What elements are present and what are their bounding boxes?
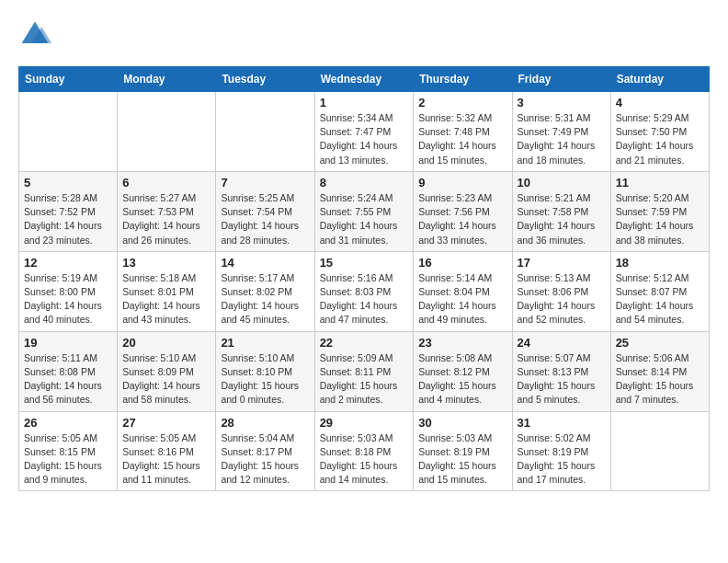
day-info: Sunrise: 5:21 AM Sunset: 7:58 PM Dayligh… [518,191,606,247]
day-info: Sunrise: 5:16 AM Sunset: 8:03 PM Dayligh… [320,271,409,327]
calendar-cell: 13Sunrise: 5:18 AM Sunset: 8:01 PM Dayli… [118,251,216,331]
calendar-cell: 18Sunrise: 5:12 AM Sunset: 8:07 PM Dayli… [610,251,709,331]
calendar-cell: 23Sunrise: 5:08 AM Sunset: 8:12 PM Dayli… [414,331,512,411]
calendar-cell: 28Sunrise: 5:04 AM Sunset: 8:17 PM Dayli… [216,411,314,491]
day-info: Sunrise: 5:03 AM Sunset: 8:18 PM Dayligh… [320,431,409,488]
calendar-table: SundayMondayTuesdayWednesdayThursdayFrid… [18,66,710,491]
calendar-cell: 2Sunrise: 5:32 AM Sunset: 7:48 PM Daylig… [414,92,512,172]
day-info: Sunrise: 5:20 AM Sunset: 7:59 PM Dayligh… [616,191,704,247]
day-number: 26 [24,416,112,430]
day-info: Sunrise: 5:24 AM Sunset: 7:55 PM Dayligh… [320,191,409,247]
calendar-week-row: 19Sunrise: 5:11 AM Sunset: 8:08 PM Dayli… [19,331,710,411]
calendar-cell: 10Sunrise: 5:21 AM Sunset: 7:58 PM Dayli… [512,171,610,251]
day-number: 24 [518,336,606,350]
day-number: 18 [616,256,704,270]
day-number: 4 [616,96,704,109]
calendar-week-row: 26Sunrise: 5:05 AM Sunset: 8:15 PM Dayli… [19,411,710,491]
calendar-cell: 15Sunrise: 5:16 AM Sunset: 8:03 PM Dayli… [314,251,414,331]
weekday-header-row: SundayMondayTuesdayWednesdayThursdayFrid… [19,67,710,92]
weekday-header-thursday: Thursday [414,67,512,92]
calendar-week-row: 12Sunrise: 5:19 AM Sunset: 8:00 PM Dayli… [19,251,710,331]
calendar-cell [118,92,216,172]
day-info: Sunrise: 5:03 AM Sunset: 8:19 PM Dayligh… [418,431,506,488]
day-number: 27 [122,416,210,430]
day-number: 8 [320,176,409,190]
calendar-cell [610,411,709,491]
logo [18,18,55,52]
calendar-cell: 21Sunrise: 5:10 AM Sunset: 8:10 PM Dayli… [216,331,314,411]
day-info: Sunrise: 5:10 AM Sunset: 8:09 PM Dayligh… [122,351,210,408]
day-number: 2 [418,96,506,109]
page-header [18,18,710,52]
logo-icon [18,18,51,52]
day-info: Sunrise: 5:27 AM Sunset: 7:53 PM Dayligh… [122,191,210,247]
calendar-cell: 6Sunrise: 5:27 AM Sunset: 7:53 PM Daylig… [118,171,216,251]
calendar-cell: 14Sunrise: 5:17 AM Sunset: 8:02 PM Dayli… [216,251,314,331]
day-number: 9 [418,176,506,190]
day-info: Sunrise: 5:04 AM Sunset: 8:17 PM Dayligh… [221,431,309,488]
calendar-cell: 12Sunrise: 5:19 AM Sunset: 8:00 PM Dayli… [19,251,118,331]
calendar-cell [216,92,314,172]
day-info: Sunrise: 5:09 AM Sunset: 8:11 PM Dayligh… [320,351,409,408]
weekday-header-tuesday: Tuesday [216,67,314,92]
calendar-cell: 9Sunrise: 5:23 AM Sunset: 7:56 PM Daylig… [414,171,512,251]
day-info: Sunrise: 5:10 AM Sunset: 8:10 PM Dayligh… [221,351,309,408]
calendar-cell: 22Sunrise: 5:09 AM Sunset: 8:11 PM Dayli… [314,331,414,411]
calendar-cell: 26Sunrise: 5:05 AM Sunset: 8:15 PM Dayli… [19,411,118,491]
day-number: 6 [122,176,210,190]
weekday-header-friday: Friday [512,67,610,92]
day-number: 13 [122,256,210,270]
calendar-cell: 17Sunrise: 5:13 AM Sunset: 8:06 PM Dayli… [512,251,610,331]
day-info: Sunrise: 5:07 AM Sunset: 8:13 PM Dayligh… [518,351,606,408]
calendar-cell: 29Sunrise: 5:03 AM Sunset: 8:18 PM Dayli… [314,411,414,491]
calendar-cell: 27Sunrise: 5:05 AM Sunset: 8:16 PM Dayli… [118,411,216,491]
day-number: 10 [518,176,606,190]
day-info: Sunrise: 5:05 AM Sunset: 8:15 PM Dayligh… [24,431,112,488]
day-number: 25 [616,336,704,350]
calendar-cell: 20Sunrise: 5:10 AM Sunset: 8:09 PM Dayli… [118,331,216,411]
day-number: 31 [518,416,606,430]
day-info: Sunrise: 5:23 AM Sunset: 7:56 PM Dayligh… [418,191,506,247]
calendar-week-row: 1Sunrise: 5:34 AM Sunset: 7:47 PM Daylig… [19,92,710,172]
calendar-cell: 7Sunrise: 5:25 AM Sunset: 7:54 PM Daylig… [216,171,314,251]
day-info: Sunrise: 5:29 AM Sunset: 7:50 PM Dayligh… [616,111,704,167]
day-info: Sunrise: 5:31 AM Sunset: 7:49 PM Dayligh… [518,111,606,167]
calendar-cell: 16Sunrise: 5:14 AM Sunset: 8:04 PM Dayli… [414,251,512,331]
calendar-cell: 8Sunrise: 5:24 AM Sunset: 7:55 PM Daylig… [314,171,414,251]
calendar-cell: 4Sunrise: 5:29 AM Sunset: 7:50 PM Daylig… [610,92,709,172]
day-number: 20 [122,336,210,350]
day-info: Sunrise: 5:06 AM Sunset: 8:14 PM Dayligh… [616,351,704,408]
day-info: Sunrise: 5:17 AM Sunset: 8:02 PM Dayligh… [221,271,309,327]
weekday-header-monday: Monday [118,67,216,92]
day-info: Sunrise: 5:34 AM Sunset: 7:47 PM Dayligh… [320,111,409,167]
day-number: 16 [418,256,506,270]
calendar-cell: 5Sunrise: 5:28 AM Sunset: 7:52 PM Daylig… [19,171,118,251]
calendar-cell: 1Sunrise: 5:34 AM Sunset: 7:47 PM Daylig… [314,92,414,172]
day-info: Sunrise: 5:28 AM Sunset: 7:52 PM Dayligh… [24,191,112,247]
calendar-cell: 25Sunrise: 5:06 AM Sunset: 8:14 PM Dayli… [610,331,709,411]
day-info: Sunrise: 5:14 AM Sunset: 8:04 PM Dayligh… [418,271,506,327]
day-number: 12 [24,256,112,270]
day-info: Sunrise: 5:02 AM Sunset: 8:19 PM Dayligh… [518,431,606,488]
day-number: 17 [518,256,606,270]
day-number: 23 [418,336,506,350]
day-number: 30 [418,416,506,430]
day-number: 19 [24,336,112,350]
weekday-header-saturday: Saturday [610,67,709,92]
day-number: 15 [320,256,409,270]
day-info: Sunrise: 5:13 AM Sunset: 8:06 PM Dayligh… [518,271,606,327]
day-number: 29 [320,416,409,430]
day-number: 21 [221,336,309,350]
day-info: Sunrise: 5:25 AM Sunset: 7:54 PM Dayligh… [221,191,309,247]
day-number: 3 [518,96,606,109]
calendar-cell [19,92,118,172]
day-info: Sunrise: 5:12 AM Sunset: 8:07 PM Dayligh… [616,271,704,327]
calendar-cell: 30Sunrise: 5:03 AM Sunset: 8:19 PM Dayli… [414,411,512,491]
day-info: Sunrise: 5:08 AM Sunset: 8:12 PM Dayligh… [418,351,506,408]
day-info: Sunrise: 5:32 AM Sunset: 7:48 PM Dayligh… [418,111,506,167]
day-number: 28 [221,416,309,430]
calendar-cell: 31Sunrise: 5:02 AM Sunset: 8:19 PM Dayli… [512,411,610,491]
day-info: Sunrise: 5:19 AM Sunset: 8:00 PM Dayligh… [24,271,112,327]
weekday-header-wednesday: Wednesday [314,67,414,92]
calendar-week-row: 5Sunrise: 5:28 AM Sunset: 7:52 PM Daylig… [19,171,710,251]
